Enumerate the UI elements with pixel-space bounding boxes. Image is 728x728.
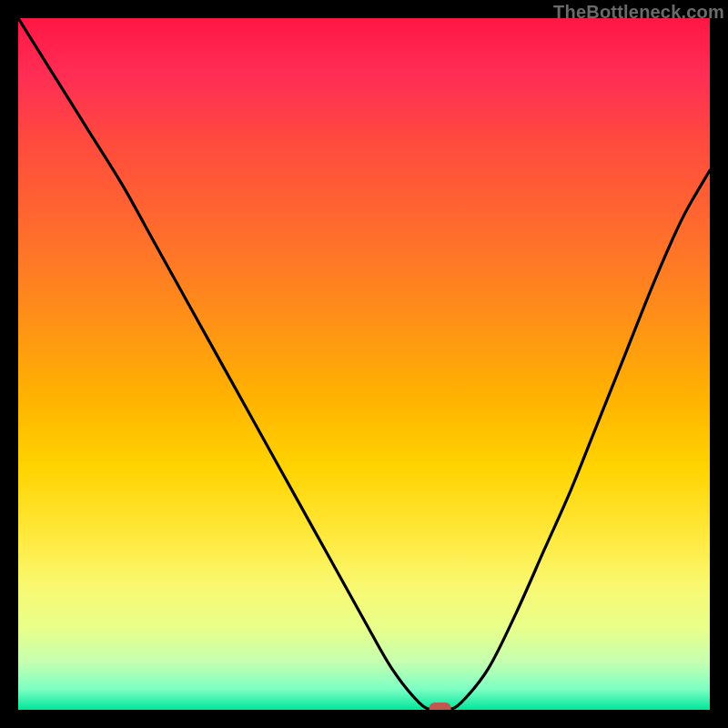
chart-svg: [18, 18, 710, 710]
optimum-marker: [430, 703, 451, 710]
plot-area: [18, 18, 710, 710]
bottleneck-curve: [18, 18, 710, 710]
chart-container: TheBottleneck.com: [0, 0, 728, 728]
